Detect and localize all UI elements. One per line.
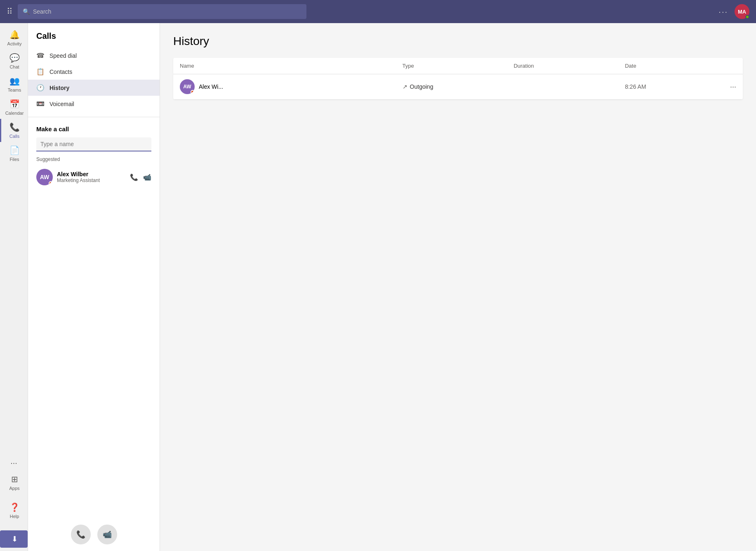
speed-dial-icon: ☎ <box>36 52 45 59</box>
cell-date: 8:26 AM ··· <box>625 83 736 91</box>
sidebar-item-label: Activity <box>7 41 22 46</box>
video-icon: 📹 <box>103 530 112 539</box>
search-icon: 🔍 <box>23 8 30 15</box>
avatar[interactable]: MA <box>735 4 749 19</box>
contact-name: Alex Wilber <box>57 171 126 177</box>
calls-navigation: ☎ Speed dial 📋 Contacts 🕐 History 📼 Voic… <box>28 44 160 115</box>
contact-actions: 📞 📹 <box>130 173 151 181</box>
apps-icon: ⊞ <box>11 474 18 484</box>
suggested-contact: AW Alex Wilber Marketing Assistant 📞 📹 <box>36 166 151 189</box>
sidebar-item-label: Calls <box>9 134 19 139</box>
make-call-section: Make a call Suggested AW Alex Wilber Mar… <box>28 119 160 195</box>
help-icon: ❓ <box>9 502 20 512</box>
nav-item-label: Voicemail <box>49 101 74 107</box>
make-call-title: Make a call <box>36 125 151 132</box>
nav-item-speed-dial[interactable]: ☎ Speed dial <box>28 47 160 64</box>
sidebar-item-teams[interactable]: 👥 Teams <box>0 73 28 96</box>
calendar-icon: 📅 <box>9 99 20 109</box>
main-layout: 🔔 Activity 💬 Chat 👥 Teams 📅 Calendar 📞 C… <box>0 23 756 551</box>
topbar: ⠿ 🔍 ··· MA <box>0 0 756 23</box>
sidebar-item-files[interactable]: 📄 Files <box>0 142 28 165</box>
contacts-icon: 📋 <box>36 68 45 76</box>
col-name: Name <box>180 63 403 69</box>
topbar-right: ··· MA <box>718 4 749 19</box>
phone-icon: 📞 <box>76 530 85 539</box>
sidebar-item-label: Chat <box>9 64 19 69</box>
teams-icon: 👥 <box>9 76 20 86</box>
more-options-icon[interactable]: ··· <box>718 7 728 17</box>
nav-item-label: History <box>49 85 69 91</box>
audio-call-circle-button[interactable]: 📞 <box>71 525 91 544</box>
sidebar-item-calendar[interactable]: 📅 Calendar <box>0 96 28 119</box>
sidebar-item-label: Calendar <box>5 111 24 116</box>
suggested-label: Suggested <box>36 156 151 162</box>
search-input[interactable] <box>33 8 301 15</box>
chat-icon: 💬 <box>9 53 20 63</box>
divider <box>28 117 160 117</box>
table-row[interactable]: AW Alex Wi... ↗ Outgoing 8:26 AM ··· <box>173 74 743 99</box>
more-apps-dots[interactable]: ··· <box>10 458 17 468</box>
sidebar-item-calls[interactable]: 📞 Calls <box>0 119 28 142</box>
sidebar-item-chat[interactable]: 💬 Chat <box>0 50 28 73</box>
contact-role: Marketing Assistant <box>57 177 126 183</box>
sidebar-item-label: Files <box>9 157 19 162</box>
page-title: History <box>173 35 743 48</box>
sidebar-item-activity[interactable]: 🔔 Activity <box>0 26 28 50</box>
grid-icon[interactable]: ⠿ <box>7 7 13 17</box>
download-button[interactable]: ⬇ <box>0 530 28 548</box>
col-date: Date <box>625 63 736 69</box>
panel-title: Calls <box>36 31 151 41</box>
left-panel: Calls ☎ Speed dial 📋 Contacts 🕐 History … <box>28 23 160 551</box>
col-duration: Duration <box>513 63 625 69</box>
cell-name: AW Alex Wi... <box>180 79 403 94</box>
activity-icon: 🔔 <box>9 30 20 40</box>
make-call-input[interactable] <box>36 137 151 151</box>
row-status-dot <box>191 90 195 94</box>
contact-info: Alex Wilber Marketing Assistant <box>57 171 126 183</box>
sidebar-item-label: Teams <box>8 87 21 92</box>
row-avatar: AW <box>180 79 195 94</box>
sidebar-item-label: Apps <box>9 486 19 491</box>
files-icon: 📄 <box>9 145 20 155</box>
outgoing-icon: ↗ <box>403 83 407 90</box>
bottom-call-buttons: 📞 📹 <box>28 518 160 551</box>
panel-header: Calls <box>28 23 160 44</box>
main-content: History Name Type Duration Date AW Alex … <box>160 23 756 551</box>
sidebar: 🔔 Activity 💬 Chat 👥 Teams 📅 Calendar 📞 C… <box>0 23 28 551</box>
voicemail-icon: 📼 <box>36 100 45 108</box>
contact-status-dot <box>49 181 53 185</box>
download-icon: ⬇ <box>12 534 18 544</box>
sidebar-item-apps[interactable]: ⊞ Apps <box>0 471 28 494</box>
row-more-button[interactable]: ··· <box>730 83 736 91</box>
col-type: Type <box>403 63 514 69</box>
caller-name: Alex Wi... <box>199 83 223 90</box>
avatar-status <box>745 15 749 19</box>
cell-type: ↗ Outgoing <box>403 83 514 90</box>
search-box[interactable]: 🔍 <box>18 4 306 19</box>
history-table: Name Type Duration Date AW Alex Wi... ↗ … <box>173 58 743 99</box>
nav-item-contacts[interactable]: 📋 Contacts <box>28 64 160 80</box>
nav-item-voicemail[interactable]: 📼 Voicemail <box>28 96 160 112</box>
table-header: Name Type Duration Date <box>173 58 743 74</box>
video-call-button[interactable]: 📹 <box>143 173 151 181</box>
history-icon: 🕐 <box>36 84 45 92</box>
contact-avatar: AW <box>36 169 53 185</box>
nav-item-label: Contacts <box>49 69 72 75</box>
video-call-circle-button[interactable]: 📹 <box>97 525 117 544</box>
sidebar-item-help[interactable]: ❓ Help <box>0 499 28 522</box>
nav-item-history[interactable]: 🕐 History <box>28 80 160 96</box>
nav-item-label: Speed dial <box>49 52 77 59</box>
sidebar-item-label: Help <box>10 514 19 519</box>
calls-icon: 📞 <box>9 122 20 132</box>
audio-call-button[interactable]: 📞 <box>130 173 138 181</box>
